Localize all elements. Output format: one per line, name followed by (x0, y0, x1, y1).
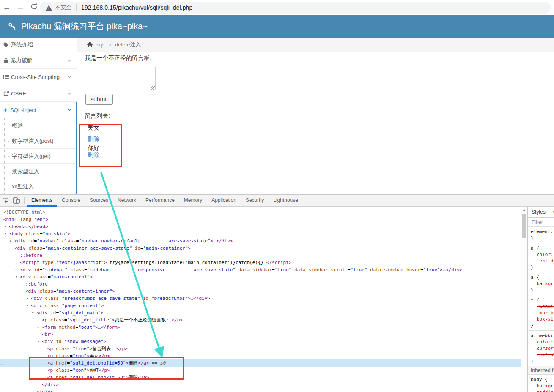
dom-tree-row[interactable]: ▸<head>…</head> (0, 223, 521, 230)
css-selector: a:-webkit (531, 332, 554, 339)
refresh-button[interactable] (27, 3, 41, 12)
css-rule-block[interactable]: body {backgrpaddin (528, 375, 554, 392)
styles-filter-input[interactable]: Filter (528, 218, 554, 227)
security-status-label[interactable]: 不安全 (55, 4, 71, 11)
dom-code-segment: "main-content-inner" (56, 289, 112, 294)
dom-tree-row[interactable]: ▸<div class="breadcrumbs ace-save-state"… (0, 295, 521, 302)
inspect-element-icon[interactable] (0, 197, 11, 204)
css-rule-block[interactable]: a {backgr} (528, 272, 554, 295)
dom-tree-row[interactable]: ::before (0, 252, 521, 259)
dom-tree-row[interactable]: <html lang="en"> (0, 216, 521, 223)
home-icon[interactable] (87, 42, 93, 47)
dom-tree-row[interactable]: <p class="line">留言列表: </p> (0, 345, 521, 352)
forward-button[interactable]: → (14, 3, 27, 12)
expand-arrow-closed-icon[interactable]: ▸ (37, 324, 39, 331)
dom-tree-row[interactable]: <p class="sqli_del_title">我是一个不正经的留言板: <… (0, 316, 521, 324)
sidebar-item-sql-inject[interactable]: ✈SQL-Inject (0, 102, 77, 118)
dom-code-segment: > (188, 245, 191, 251)
url-text[interactable]: 192.168.0.15/pikachu/vul/sqli/sqli_del.p… (81, 4, 192, 11)
devtools-href-link[interactable]: sqli_del.php?id=58 (73, 375, 123, 380)
textarea-resize-grip[interactable] (151, 86, 155, 90)
devtools-tab-elements[interactable]: Elements (27, 195, 57, 207)
devtools-tab-memory[interactable]: Memory (179, 195, 207, 207)
dom-tree-row[interactable]: ▾<div class="main-container ace-save-sta… (0, 245, 521, 252)
delete-link[interactable]: 删除 (88, 151, 99, 158)
sidebar-item-xss[interactable]: Cross-Site Scripting (0, 69, 77, 85)
breadcrumb-link-sqli[interactable]: sqli (96, 41, 105, 48)
expand-arrow-closed-icon[interactable]: ▸ (4, 223, 6, 230)
dom-tree-row[interactable]: ▾<body class="no-skin"> (0, 230, 521, 237)
css-rule-block[interactable]: a:-webkitcolor:cursortext-d} (528, 331, 554, 366)
expand-arrow-open-icon[interactable]: ▾ (21, 288, 23, 295)
delete-link[interactable]: 删除 (88, 136, 99, 142)
dom-tree-row[interactable]: ▾<div id="sqli_del_main"> (0, 309, 521, 316)
dom-tree-row[interactable]: ▾<div class="main-content"> (0, 273, 521, 280)
dom-tree-scrollbar[interactable]: ▲ (521, 207, 527, 392)
submit-button[interactable]: submit (85, 94, 113, 105)
dom-tree-row[interactable]: <a href="sqli_del.php?id=58">删除</a> (0, 374, 521, 381)
address-bar[interactable]: 不安全 192.168.0.15/pikachu/vul/sqli/sqli_d… (40, 2, 551, 14)
sidebar-item-brute-force[interactable]: 暴力破解 (0, 52, 77, 69)
page-content: sqli > delete注入 我是一个不正经的留言板: submit 留言列表… (77, 38, 554, 194)
breadcrumb-separator: > (109, 42, 111, 47)
dom-tree-row[interactable]: ▾<div class="main-content-inner"> (0, 288, 521, 295)
styles-tab-styles[interactable]: Styles (532, 207, 546, 218)
expand-arrow-open-icon[interactable]: ▾ (4, 230, 6, 237)
expand-arrow-closed-icon[interactable]: ▸ (10, 237, 12, 245)
css-rule-block[interactable]: * {-webki-moz-bbox-si} (528, 295, 554, 331)
dom-tree-row[interactable]: ▾<div class="page-content"> (0, 302, 521, 309)
dom-tree-row[interactable]: </div> (0, 388, 521, 392)
dom-tree-row[interactable]: <p class="con">你好</p> (0, 367, 521, 374)
devtools-tab-application[interactable]: Application (207, 195, 241, 207)
dom-tree-row[interactable]: ▸<div id="navbar" class="navbar navbar-d… (0, 237, 521, 245)
expand-arrow-open-icon[interactable]: ▾ (32, 309, 34, 316)
expand-arrow-open-icon[interactable]: ▾ (26, 302, 28, 309)
devtools-tab-security[interactable]: Security (241, 195, 269, 207)
dom-code-segment: "true" (423, 267, 440, 272)
expand-arrow-open-icon[interactable]: ▾ (15, 273, 17, 280)
refresh-icon (30, 3, 38, 10)
devtools-tab-console[interactable]: Console (57, 195, 85, 207)
dom-code-segment: "text/javascript" (56, 260, 104, 265)
expand-arrow-closed-icon[interactable]: ▸ (15, 266, 17, 273)
back-button[interactable]: ← (0, 3, 14, 12)
dom-tree-row[interactable]: <script type="text/javascript"> try{ace.… (0, 259, 521, 266)
dom-code-segment: > (68, 231, 71, 237)
expand-arrow-open-icon[interactable]: ▾ (37, 338, 39, 345)
expand-arrow-open-icon[interactable]: ▾ (10, 245, 12, 252)
devtools-tab-network[interactable]: Network (113, 195, 141, 207)
sidebar-subitem-xx-type[interactable]: xx型注入 (0, 179, 77, 194)
dom-tree-row[interactable]: ::before (0, 280, 521, 288)
dom-code-segment: … (443, 267, 446, 272)
devtools-tab-lighthouse[interactable]: Lighthouse (269, 195, 303, 207)
devtools-tab-sources[interactable]: Sources (85, 195, 113, 207)
css-rule-block[interactable]: element.s} (528, 227, 554, 243)
dom-tree-row[interactable]: <p class="con">美女</p> (0, 352, 521, 359)
dom-tree-row[interactable]: ▸<form method="post">…</form> (0, 324, 521, 331)
dom-code-segment: class (56, 368, 70, 373)
dom-tree-row[interactable]: <br> (0, 331, 521, 338)
css-rule-block[interactable]: a {color:text-d} (528, 243, 554, 272)
expand-arrow-closed-icon[interactable]: ▸ (26, 295, 28, 302)
devtools-href-link[interactable]: sqli_del.php?id=59 (73, 360, 123, 366)
sidebar-item-sys-intro[interactable]: 系统介绍 (0, 38, 77, 52)
sidebar-subitem-search-type[interactable]: 搜索型注入 (0, 164, 77, 179)
scrollbar-thumb[interactable] (522, 214, 526, 238)
dom-tree-row[interactable]: </div> (0, 381, 521, 388)
dom-tree-row[interactable]: ▾<div id="show_message"> (0, 338, 521, 345)
dom-tree-row[interactable]: <!DOCTYPE html> (0, 209, 521, 216)
device-toolbar-icon[interactable] (11, 197, 22, 204)
sidebar-subitem-get-char[interactable]: 字符型注入(get) (0, 149, 77, 164)
scrollbar-up-arrow[interactable]: ▲ (521, 207, 527, 213)
comment-textarea[interactable] (85, 67, 156, 90)
devtools-tab-performance[interactable]: Performance (141, 195, 179, 207)
sidebar-subitem-overview[interactable]: 概述 (0, 118, 77, 133)
sidebar-subitem-post-num[interactable]: 数字型注入(post) (0, 133, 77, 149)
sidebar-item-csrf[interactable]: CSRF (0, 85, 77, 102)
dom-code-segment: </head> (28, 224, 48, 229)
dom-code-segment: <a (47, 360, 56, 366)
dom-tree[interactable]: <!DOCTYPE html><html lang="en">▸<head>…<… (0, 207, 521, 392)
dom-tree-row-selected[interactable]: ‥<a href="sqli_del.php?id=59">删除</a> == … (0, 359, 521, 367)
dom-tree-row[interactable]: ▸<div id="sidebar" class="sidebar respon… (0, 266, 521, 273)
dom-code-segment: = (272, 267, 275, 272)
